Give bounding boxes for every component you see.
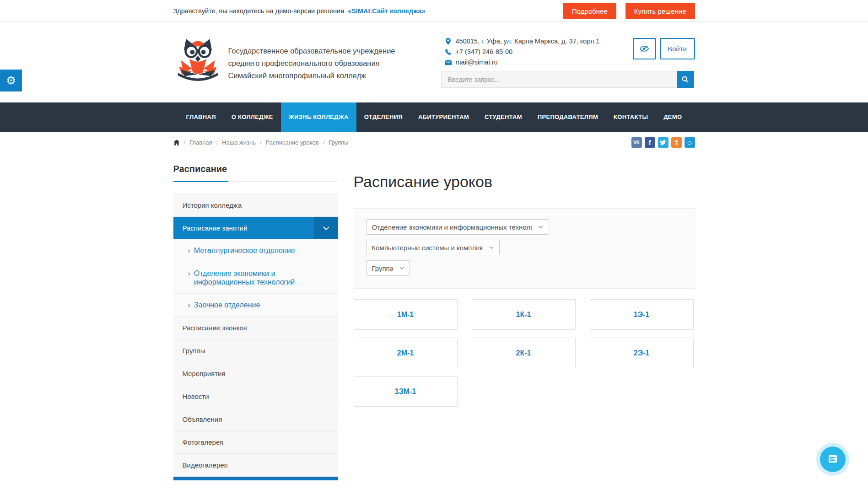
gear-icon: ⚙ — [6, 74, 16, 87]
group-card-2m-1[interactable]: 2М-1 — [354, 338, 458, 368]
demo-greeting-text: Здравствуйте, вы находитесь на демо-верс… — [173, 7, 345, 15]
main-content: Расписание уроков Отделение экономики и … — [338, 153, 695, 480]
search-bar — [441, 71, 694, 88]
chevron-down-icon — [489, 246, 494, 249]
chevron-right-icon: › — [188, 246, 190, 255]
sidebar-subitem-label: Металлургическое отделение — [194, 246, 295, 255]
main-nav: ГЛАВНАЯ О КОЛЛЕДЖЕ ЖИЗНЬ КОЛЛЕДЖА ОТДЕЛЕ… — [0, 102, 868, 132]
nav-item-o-kolledzhe[interactable]: О КОЛЛЕДЖЕ — [224, 102, 281, 132]
email-icon — [445, 59, 452, 66]
chevron-right-icon: › — [188, 269, 190, 286]
home-icon[interactable] — [173, 140, 180, 145]
specialty-select-value: Компьютерные системы и комплексы — [372, 244, 483, 252]
demo-greeting: Здравствуйте, вы находитесь на демо-верс… — [173, 7, 426, 15]
filter-panel: Отделение экономики и информационных тех… — [354, 208, 695, 289]
nav-item-studentam[interactable]: СТУДЕНТАМ — [477, 102, 530, 132]
sidebar-item-obyavleniya[interactable]: Объявления — [173, 408, 338, 431]
collapse-caret[interactable] — [314, 217, 338, 239]
nav-item-abiturientam[interactable]: АБИТУРИЕНТАМ — [410, 102, 477, 132]
sidebar-subitem-ekonomiki[interactable]: › Отделение экономики и информационных т… — [173, 262, 338, 294]
eye-slash-icon — [639, 45, 649, 52]
crumb-nasha-zhizn[interactable]: Наша жизнь — [222, 139, 256, 146]
moimir-icon[interactable]: ☺ — [685, 137, 695, 148]
group-card-1m-1[interactable]: 1М-1 — [354, 299, 458, 330]
group-card-2k-1[interactable]: 2К-1 — [472, 338, 576, 368]
address-text: 450015, г. Уфа, ул. Карла Маркса, д. 37,… — [456, 38, 600, 45]
chat-form-icon — [828, 455, 838, 464]
sidebar-item-raspisanie-zanyatiy[interactable]: Расписание занятий — [173, 217, 338, 239]
org-line1: Государственное образовательное учрежден… — [228, 45, 395, 57]
facebook-icon[interactable]: f — [645, 137, 655, 148]
sidebar: Расписание История колледжа Расписание з… — [173, 153, 338, 480]
solution-link[interactable]: «SIMAI:Сайт колледжа» — [348, 7, 426, 15]
nav-item-demo[interactable]: ДЕМО — [656, 102, 690, 132]
owl-logo-icon — [176, 34, 220, 90]
twitter-icon[interactable] — [658, 137, 669, 148]
details-button[interactable]: Подробнее — [563, 3, 616, 19]
sidebar-item-label: Расписание занятий — [183, 224, 248, 232]
phone-text[interactable]: +7 (347) 246-85-00 — [456, 48, 513, 55]
crumb-glavnaya[interactable]: Главная — [189, 139, 212, 146]
location-pin-icon — [445, 38, 452, 45]
sidebar-subitem-zaochnoe[interactable]: › Заочное отделение — [173, 294, 338, 317]
crumb-raspisanie-urokov[interactable]: Расписание уроков — [266, 139, 319, 146]
settings-gear-button[interactable]: ⚙ — [0, 70, 22, 91]
sidebar-subitem-label: Заочное отделение — [194, 301, 260, 309]
phone-icon — [445, 48, 452, 55]
sidebar-item-novosti[interactable]: Новости — [173, 385, 338, 408]
nav-item-zhizn-kolledzha[interactable]: ЖИЗНЬ КОЛЛЕДЖА — [281, 102, 356, 132]
sidebar-title-rule — [173, 181, 338, 182]
social-links: VK f ☺ — [631, 137, 695, 148]
group-card-2e-1[interactable]: 2Э-1 — [590, 338, 694, 368]
search-button[interactable] — [677, 71, 694, 88]
vk-icon[interactable]: VK — [631, 137, 642, 148]
email-text[interactable]: mail@simai.ru — [456, 59, 498, 66]
chevron-down-icon — [539, 226, 543, 228]
nav-item-prepodavatelyam[interactable]: ПРЕПОДАВАТЕЛЯМ — [530, 102, 606, 132]
search-input[interactable] — [441, 71, 677, 88]
chat-fab-button[interactable] — [816, 443, 849, 476]
org-line3: Симайский многопрофильный колледж — [228, 70, 395, 82]
nav-item-kontakty[interactable]: КОНТАКТЫ — [606, 102, 656, 132]
search-icon — [681, 75, 689, 83]
group-card-1e-1[interactable]: 1Э-1 — [590, 299, 694, 330]
sidebar-item-istoriya[interactable]: История колледжа — [173, 194, 338, 217]
group-card-1k-1[interactable]: 1К-1 — [472, 299, 576, 330]
sidebar-item-videogalereya[interactable]: Видеогалерея — [173, 454, 338, 477]
header-contacts: 450015, г. Уфа, ул. Карла Маркса, д. 37,… — [445, 37, 600, 69]
site-header: Государственное образовательное учрежден… — [0, 22, 868, 102]
crumb-gruppy: Группы — [329, 139, 348, 146]
login-button-label: Войти — [668, 45, 687, 53]
group-select[interactable]: Группа — [366, 260, 410, 276]
department-select[interactable]: Отделение экономики и информационных тех… — [366, 219, 549, 235]
college-logo[interactable] — [176, 34, 220, 90]
group-card-1zm-1[interactable]: 1ЗМ-1 — [354, 376, 458, 407]
org-line2: среднего профессионального образования — [228, 57, 395, 70]
sidebar-item-meropriyatiya[interactable]: Мероприятия — [173, 362, 338, 385]
odnoklassniki-icon[interactable] — [671, 137, 682, 148]
chevron-down-icon — [323, 226, 329, 230]
sidebar-item-partial[interactable] — [173, 477, 338, 480]
login-button[interactable]: Войти — [660, 38, 695, 59]
accessibility-version-button[interactable] — [633, 38, 656, 59]
chevron-right-icon: › — [188, 301, 190, 309]
breadcrumb-bar: / Главная / Наша жизнь / Расписание урок… — [0, 132, 868, 153]
sidebar-item-gruppy[interactable]: Группы — [173, 339, 338, 362]
department-select-value: Отделение экономики и информационных тех… — [372, 223, 532, 231]
sidebar-menu: История колледжа Расписание занятий › Ме… — [173, 194, 338, 480]
nav-item-otdeleniya[interactable]: ОТДЕЛЕНИЯ — [356, 102, 410, 132]
nav-item-glavnaya[interactable]: ГЛАВНАЯ — [178, 102, 224, 132]
buy-button[interactable]: Купить решение — [625, 3, 695, 19]
group-select-value: Группа — [372, 264, 393, 272]
chevron-down-icon — [399, 267, 404, 269]
sidebar-item-raspisanie-zvonkov[interactable]: Расписание звонков — [173, 317, 338, 339]
sidebar-item-fotogalereya[interactable]: Фотогалерея — [173, 431, 338, 454]
page-title: Расписание уроков — [354, 173, 695, 191]
demo-topbar: Здравствуйте, вы находитесь на демо-верс… — [0, 0, 868, 22]
org-name: Государственное образовательное учрежден… — [228, 45, 395, 82]
sidebar-subitem-label: Отделение экономики и информационных тех… — [194, 269, 329, 286]
sidebar-title: Расписание — [173, 164, 338, 181]
breadcrumb: / Главная / Наша жизнь / Расписание урок… — [173, 139, 349, 146]
sidebar-subitem-metallurgicheskoe[interactable]: › Металлургическое отделение — [173, 239, 338, 262]
specialty-select[interactable]: Компьютерные системы и комплексы — [366, 240, 500, 255]
